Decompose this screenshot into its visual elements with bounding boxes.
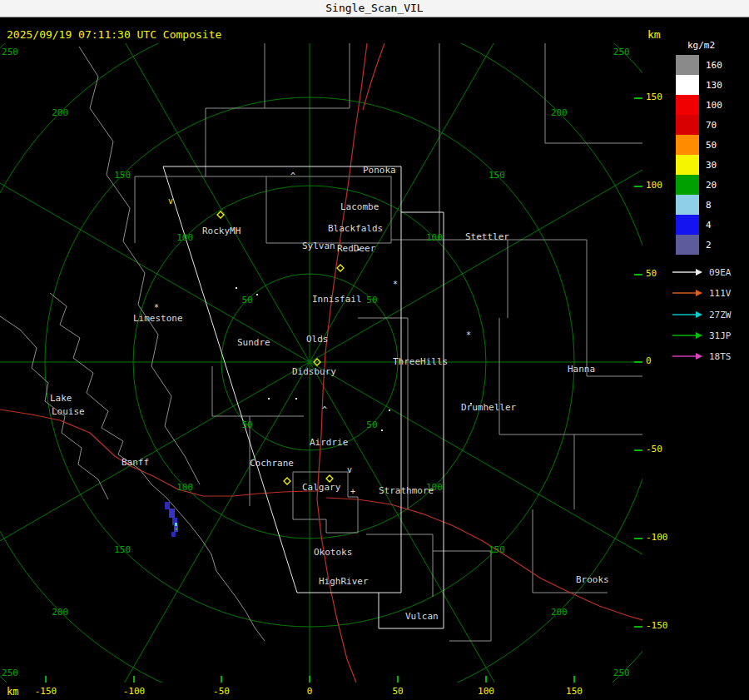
ring-distance-label: 200 xyxy=(551,107,568,118)
radar-site-diamond-icon xyxy=(337,265,344,271)
city-label: Brooks xyxy=(576,574,609,585)
city-label: Louise xyxy=(52,406,85,417)
legend-color-swatch xyxy=(676,175,699,195)
city-label: Cochrane xyxy=(250,458,294,469)
ring-distance-label: 250 xyxy=(613,668,630,678)
legend-color-swatch xyxy=(676,55,699,75)
ring-distance-label: 250 xyxy=(2,47,18,57)
bottom-axis-tick-label: -100 xyxy=(123,686,146,697)
city-label: RedDeer xyxy=(337,243,376,254)
precip-echo xyxy=(175,523,177,526)
ring-distance-label: 50 xyxy=(366,295,377,305)
city-label: Stettler xyxy=(465,231,509,242)
radar-site-diamond-icon xyxy=(284,478,290,484)
city-label: Limestone xyxy=(133,313,183,324)
ring-distance-label: 250 xyxy=(2,668,18,678)
legend-color-swatch xyxy=(676,135,699,155)
radar-arrow-head xyxy=(696,290,702,296)
legend-scale-value: 2 xyxy=(706,240,712,251)
bottom-axis-tick-label: 150 xyxy=(566,686,583,697)
legend-scale-row: 20 xyxy=(676,175,722,195)
town-mark-caret_up: ^ xyxy=(290,171,295,181)
city-label: Lacombe xyxy=(340,201,379,212)
town-dot xyxy=(389,410,390,411)
window-titlebar: Single_Scan_VIL xyxy=(0,0,749,17)
ring-distance-label: 200 xyxy=(52,607,68,618)
highway-line xyxy=(0,410,319,496)
city-label: Banff xyxy=(122,457,149,468)
ring-distance-label: 100 xyxy=(176,232,193,243)
county-boundary xyxy=(433,551,491,641)
town-mark-star: * xyxy=(466,330,471,340)
radar-source-row: 31JP xyxy=(672,330,732,341)
county-boundary xyxy=(508,240,642,376)
radar-site-diamond-icon xyxy=(326,475,333,482)
window-title: Single_Scan_VIL xyxy=(325,2,423,14)
city-label: Blackfalds xyxy=(328,223,383,234)
county-boundary xyxy=(545,43,642,143)
radar-arrow-icon xyxy=(672,331,702,340)
legend-color-swatch xyxy=(676,75,699,95)
bottom-axis-tick-label: 100 xyxy=(478,686,494,697)
radar-arrow-icon xyxy=(672,268,702,276)
radar-arrow-head xyxy=(696,311,702,318)
town-dot xyxy=(236,287,237,289)
city-label: Sundre xyxy=(237,337,270,348)
legend-color-swatch xyxy=(676,235,699,255)
right-axis-tick-label: 50 xyxy=(646,268,657,279)
right-axis-tick-label: -100 xyxy=(646,532,668,543)
town-dot xyxy=(381,429,383,431)
city-label: Okotoks xyxy=(314,547,352,558)
legend-scale-row: 100 xyxy=(676,95,722,115)
right-axis-tick-label: -150 xyxy=(646,620,668,631)
city-label: Calgary xyxy=(302,482,341,493)
legend-scale-value: 20 xyxy=(706,180,717,191)
scan-timestamp-label: 2025/09/19 07:11:30 UTC Composite xyxy=(7,28,221,41)
legend-scale-row: 70 xyxy=(676,115,722,135)
county-boundary xyxy=(366,534,433,597)
radar-source-id-label: 31JP xyxy=(709,330,732,341)
legend-unit-label: kg/m2 xyxy=(687,40,715,51)
legend-color-swatch xyxy=(676,195,699,215)
site-pointer-icon: v xyxy=(168,196,173,206)
county-boundary xyxy=(358,318,408,351)
legend-scale-value: 130 xyxy=(706,80,722,91)
ring-distance-label: 50 xyxy=(241,295,252,305)
vil-color-scale: 16013010070503020842 xyxy=(676,55,722,255)
legend-scale-value: 100 xyxy=(706,100,722,111)
county-boundary xyxy=(79,47,200,484)
radar-map-canvas[interactable]: 5050505010010010010015015015015020020020… xyxy=(0,43,642,683)
bottom-axis-tick-label: -150 xyxy=(35,686,57,697)
ring-distance-label: 150 xyxy=(114,544,131,555)
radar-map-display[interactable]: 5050505010010010010015015015015020020020… xyxy=(0,43,642,683)
legend-scale-row: 4 xyxy=(676,215,722,235)
radar-arrow-icon xyxy=(672,352,702,360)
radar-source-id-label: 18TS xyxy=(709,351,732,362)
right-axis: 150100500-50-100-150 xyxy=(646,0,671,700)
legend-scale-value: 160 xyxy=(706,60,722,71)
town-dot xyxy=(295,398,297,400)
ring-distance-label: 200 xyxy=(551,607,568,618)
radar-arrow-head xyxy=(696,353,702,360)
range-spoke xyxy=(0,362,310,683)
bottom-axis: -150-100-50050100150 xyxy=(0,686,642,699)
county-boundary xyxy=(293,472,358,533)
legend-scale-value: 30 xyxy=(706,160,717,171)
ring-distance-label: 100 xyxy=(176,482,193,493)
radar-source-row: 111V xyxy=(672,287,732,299)
precip-echo xyxy=(169,509,175,518)
ring-distance-label: 150 xyxy=(114,170,131,181)
precip-echo xyxy=(176,528,177,530)
radar-arrow-head xyxy=(696,269,702,276)
right-axis-tick-label: 150 xyxy=(646,92,662,102)
city-label: RockyMH xyxy=(202,226,241,236)
city-label: Airdrie xyxy=(310,437,348,448)
ring-distance-label: 250 xyxy=(613,47,630,57)
city-label: Didsbury xyxy=(292,366,336,377)
town-mark-caret_up: ^ xyxy=(322,405,327,415)
legend-color-swatch xyxy=(676,115,699,135)
highway-line xyxy=(326,498,642,620)
town-mark-star: * xyxy=(154,303,159,312)
county-boundary xyxy=(499,318,574,509)
radar-source-row: 18TS xyxy=(672,350,732,362)
